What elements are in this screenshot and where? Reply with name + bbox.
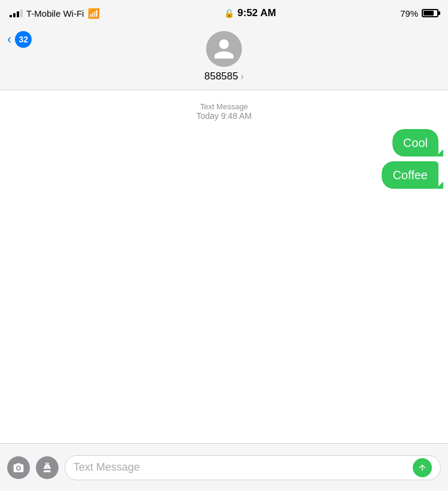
signal-bar-2 bbox=[13, 13, 16, 17]
messages-area: Text Message Today 9:48 AM Cool Coffee bbox=[0, 90, 448, 491]
back-count: 32 bbox=[19, 35, 29, 44]
status-left: T-Mobile Wi-Fi 📶 bbox=[10, 8, 100, 19]
signal-bars bbox=[10, 9, 23, 17]
status-right: 79% bbox=[400, 8, 438, 19]
status-center: 🔒 9:52 AM bbox=[224, 7, 277, 19]
wifi-icon: 📶 bbox=[88, 8, 100, 19]
battery-icon bbox=[422, 9, 438, 17]
back-button[interactable]: ‹ 32 bbox=[7, 31, 32, 48]
signal-bar-1 bbox=[10, 15, 12, 17]
avatar bbox=[206, 31, 242, 67]
bubble-coffee: Coffee bbox=[382, 161, 438, 189]
camera-icon bbox=[13, 462, 24, 474]
status-bar: T-Mobile Wi-Fi 📶 🔒 9:52 AM 79% bbox=[0, 0, 448, 26]
nav-header: ‹ 32 858585 › bbox=[0, 26, 448, 90]
message-date: Text Message Today 9:48 AM bbox=[0, 102, 448, 121]
signal-bar-4 bbox=[20, 10, 23, 17]
avatar-icon bbox=[212, 37, 236, 61]
time-label: 9:52 AM bbox=[238, 7, 277, 19]
chevron-left-icon: ‹ bbox=[7, 32, 11, 47]
message-type-label: Text Message bbox=[0, 102, 448, 111]
battery-fill bbox=[424, 11, 434, 16]
contact-name[interactable]: 858585 › bbox=[204, 70, 244, 82]
lock-icon: 🔒 bbox=[224, 8, 234, 18]
chevron-right-icon: › bbox=[241, 71, 244, 82]
page: T-Mobile Wi-Fi 📶 🔒 9:52 AM 79% ‹ 32 bbox=[0, 0, 448, 491]
camera-button[interactable] bbox=[7, 456, 30, 479]
back-badge: 32 bbox=[15, 31, 32, 48]
bubble-cool: Cool bbox=[392, 129, 438, 156]
carrier-label: T-Mobile Wi-Fi bbox=[26, 8, 84, 19]
message-input[interactable] bbox=[73, 461, 408, 474]
battery-percent: 79% bbox=[400, 8, 418, 19]
appstore-button[interactable] bbox=[36, 456, 59, 479]
send-button[interactable] bbox=[413, 458, 432, 477]
message-time-label: Today 9:48 AM bbox=[0, 111, 448, 121]
messages-list: Cool Coffee bbox=[0, 129, 448, 189]
input-toolbar bbox=[0, 443, 448, 491]
send-icon bbox=[418, 463, 427, 472]
text-input-container[interactable] bbox=[65, 455, 441, 480]
signal-bar-3 bbox=[17, 11, 19, 17]
appstore-icon bbox=[41, 462, 53, 474]
contact-number: 858585 bbox=[204, 70, 238, 82]
